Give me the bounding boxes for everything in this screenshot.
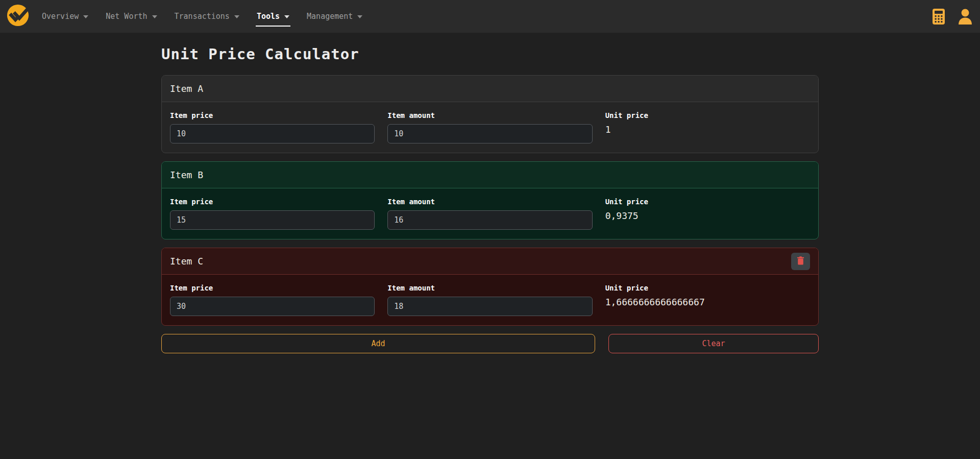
item-price-label: Item price bbox=[170, 284, 375, 292]
item-card-title: Item C bbox=[170, 256, 203, 267]
item-amount-label: Item amount bbox=[387, 284, 592, 292]
nav-item-net-worth[interactable]: Net Worth bbox=[106, 10, 157, 22]
unit-price-value: 0,9375 bbox=[605, 210, 810, 221]
top-navbar: Overview Net Worth Transactions Tools Ma… bbox=[0, 0, 980, 33]
amount-field: Item amount bbox=[387, 284, 592, 316]
item-amount-input[interactable] bbox=[387, 210, 592, 230]
chevron-down-icon bbox=[357, 15, 362, 18]
nav-item-label: Overview bbox=[42, 12, 79, 21]
item-card-body: Item price Item amount Unit price 1 bbox=[162, 102, 818, 153]
nav-menu: Overview Net Worth Transactions Tools Ma… bbox=[42, 10, 362, 22]
nav-item-tools[interactable]: Tools bbox=[257, 10, 289, 22]
unit-price-label: Unit price bbox=[605, 111, 810, 119]
item-price-label: Item price bbox=[170, 111, 375, 119]
trash-icon bbox=[797, 256, 804, 267]
item-price-input[interactable] bbox=[170, 210, 375, 230]
item-card-title: Item A bbox=[170, 83, 203, 94]
item-price-input[interactable] bbox=[170, 124, 375, 143]
page-title: Unit Price Calculator bbox=[161, 45, 819, 63]
nav-item-management[interactable]: Management bbox=[307, 10, 362, 22]
item-card-b: Item B Item price Item amount Unit price… bbox=[161, 161, 819, 239]
item-card-header: Item B bbox=[162, 162, 818, 188]
price-field: Item price bbox=[170, 284, 375, 316]
unit-price-value: 1,6666666666666667 bbox=[605, 297, 810, 307]
item-amount-input[interactable] bbox=[387, 124, 592, 143]
delete-item-button[interactable] bbox=[791, 253, 810, 270]
item-amount-label: Item amount bbox=[387, 111, 592, 119]
chevron-down-icon bbox=[284, 15, 289, 18]
amount-field: Item amount bbox=[387, 198, 592, 230]
item-price-label: Item price bbox=[170, 198, 375, 206]
item-card-body: Item price Item amount Unit price 1,6666… bbox=[162, 275, 818, 325]
item-card-a: Item A Item price Item amount Unit price… bbox=[161, 75, 819, 153]
item-card-header: Item A bbox=[162, 76, 818, 102]
add-button[interactable]: Add bbox=[161, 334, 595, 353]
unit-price-field: Unit price 0,9375 bbox=[605, 198, 810, 230]
nav-item-label: Net Worth bbox=[106, 12, 147, 21]
item-card-c: Item C Item price Item amount bbox=[161, 248, 819, 326]
unit-price-label: Unit price bbox=[605, 284, 810, 292]
chevron-down-icon bbox=[83, 15, 88, 18]
item-card-body: Item price Item amount Unit price 0,9375 bbox=[162, 188, 818, 239]
price-field: Item price bbox=[170, 198, 375, 230]
item-card-title: Item B bbox=[170, 170, 203, 180]
nav-item-label: Tools bbox=[257, 12, 280, 21]
item-amount-label: Item amount bbox=[387, 198, 592, 206]
clear-button[interactable]: Clear bbox=[608, 334, 819, 353]
price-field: Item price bbox=[170, 111, 375, 143]
main-content: Unit Price Calculator Item A Item price … bbox=[161, 45, 819, 353]
item-card-header: Item C bbox=[162, 248, 818, 275]
nav-item-overview[interactable]: Overview bbox=[42, 10, 88, 22]
nav-item-transactions[interactable]: Transactions bbox=[175, 10, 239, 22]
amount-field: Item amount bbox=[387, 111, 592, 143]
navbar-right bbox=[932, 8, 973, 25]
unit-price-value: 1 bbox=[605, 124, 810, 135]
unit-price-label: Unit price bbox=[605, 198, 810, 206]
unit-price-field: Unit price 1,6666666666666667 bbox=[605, 284, 810, 316]
chevron-down-icon bbox=[152, 15, 157, 18]
calculator-icon[interactable] bbox=[932, 8, 945, 25]
nav-item-label: Management bbox=[307, 12, 353, 21]
unit-price-field: Unit price 1 bbox=[605, 111, 810, 143]
actions-row: Add Clear bbox=[161, 334, 819, 353]
logo-icon bbox=[6, 4, 30, 29]
item-price-input[interactable] bbox=[170, 297, 375, 316]
brand-logo[interactable] bbox=[6, 4, 30, 29]
item-amount-input[interactable] bbox=[387, 297, 592, 316]
user-icon[interactable] bbox=[958, 8, 973, 25]
chevron-down-icon bbox=[234, 15, 239, 18]
nav-item-label: Transactions bbox=[175, 12, 230, 21]
